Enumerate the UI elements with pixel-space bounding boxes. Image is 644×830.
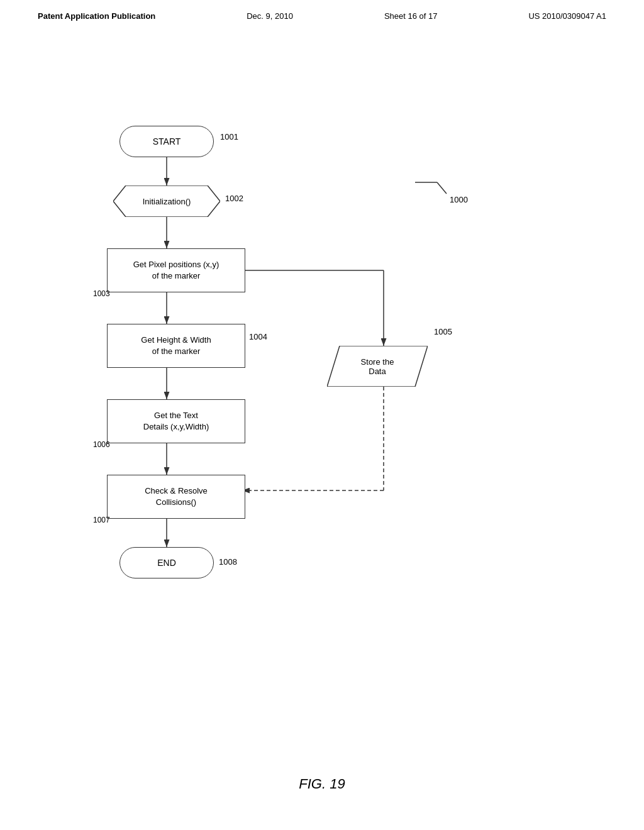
init-node: Initialization(): [113, 185, 220, 217]
heightwidth-ref: 1004: [249, 332, 267, 341]
page-header: Patent Application Publication Dec. 9, 2…: [0, 0, 644, 21]
heightwidth-node: Get Height & Widthof the marker: [107, 324, 245, 368]
storedata-ref: 1005: [434, 327, 452, 336]
svg-line-12: [437, 182, 447, 194]
start-ref: 1001: [220, 132, 238, 141]
textdetails-label: Get the TextDetails (x,y,Width): [143, 410, 209, 433]
init-ref: 1002: [225, 194, 243, 203]
end-ref: 1008: [219, 557, 237, 567]
checkcollisions-node: Check & ResolveCollisions(): [107, 475, 245, 519]
start-label: START: [153, 136, 181, 147]
figure-caption: FIG. 19: [0, 776, 644, 792]
start-node: START: [119, 126, 214, 157]
checkcollisions-ref: 1007: [93, 516, 110, 524]
heightwidth-label: Get Height & Widthof the marker: [141, 335, 211, 357]
init-label: Initialization(): [143, 197, 191, 206]
pixel-node: Get Pixel positions (x,y)of the marker: [107, 248, 245, 292]
diagram-area: START 1001 Initialization() 1002 Get Pix…: [50, 101, 591, 698]
header-publication-label: Patent Application Publication: [38, 11, 155, 21]
pixel-label: Get Pixel positions (x,y)of the marker: [133, 259, 219, 282]
end-label: END: [157, 558, 176, 568]
end-node: END: [119, 547, 214, 578]
header-patent: US 2010/0309047 A1: [528, 11, 606, 21]
checkcollisions-label: Check & ResolveCollisions(): [145, 485, 208, 508]
textdetails-ref: 1006: [93, 440, 110, 449]
storedata-label: Store theData: [361, 357, 394, 376]
header-date: Dec. 9, 2010: [247, 11, 293, 21]
textdetails-node: Get the TextDetails (x,y,Width): [107, 399, 245, 443]
storedata-node: Store theData: [327, 346, 428, 387]
diagram-ref: 1000: [450, 195, 468, 204]
header-sheet: Sheet 16 of 17: [384, 11, 438, 21]
pixel-ref: 1003: [93, 289, 110, 298]
